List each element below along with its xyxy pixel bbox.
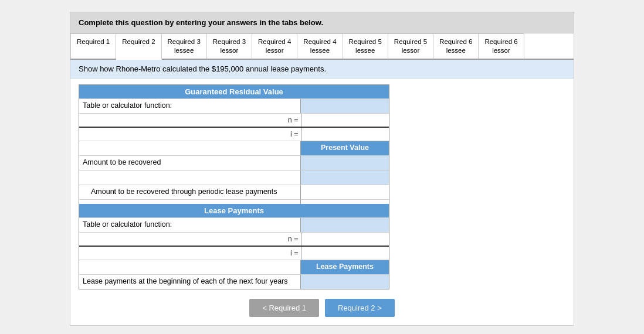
lease-beginning-input[interactable]: [301, 275, 389, 289]
table-calc-input2[interactable]: [301, 218, 389, 232]
tab-required6-lessee[interactable]: Required 6lessee: [433, 33, 479, 59]
present-value-header: Present Value: [301, 141, 389, 155]
lease-payments-left-empty: [79, 260, 301, 274]
instruction-header: Complete this question by entering your …: [70, 12, 574, 33]
amount-recovered-label: Amount to be recovered: [79, 156, 301, 170]
amount-recovered-input[interactable]: [301, 156, 389, 170]
lease-payments-header-row: Lease Payments: [79, 260, 389, 274]
lease-beginning-label: Lease payments at the beginning of each …: [79, 275, 301, 289]
content-area: Guaranteed Residual Value Table or calcu…: [70, 79, 574, 325]
n-label1: n =: [79, 114, 301, 127]
amount-periodic-input[interactable]: [301, 185, 389, 199]
lease-payments-header: Lease Payments: [301, 260, 389, 274]
i-field2[interactable]: [301, 247, 389, 255]
i-input2[interactable]: [301, 247, 389, 260]
bottom-buttons: < Required 1 Required 2 >: [79, 299, 565, 317]
i-input1[interactable]: [301, 128, 389, 141]
amount-periodic-field[interactable]: [304, 188, 385, 196]
section2-header-text: Lease Payments: [204, 206, 264, 215]
table-calc-label1: Table or calculator function:: [79, 99, 301, 113]
n-input2[interactable]: [301, 233, 389, 246]
spacer-left1: [79, 200, 301, 204]
present-value-left: [79, 141, 301, 155]
tab-required5-lessee[interactable]: Required 5lessee: [343, 33, 388, 59]
prev-button[interactable]: < Required 1: [249, 299, 319, 317]
i-label2: i =: [79, 247, 301, 260]
amount-recovered-row: Amount to be recovered: [79, 155, 389, 170]
i-label1: i =: [79, 128, 301, 141]
tab-required4-lessor[interactable]: Required 4lessor: [252, 33, 297, 59]
tab-required3-lessee[interactable]: Required 3lessee: [162, 33, 207, 59]
tabs-row: Required 1 Required 2 Required 3lessee R…: [70, 33, 574, 60]
tab-required3-lessor[interactable]: Required 3lessor: [207, 33, 252, 59]
n-field1[interactable]: [301, 114, 389, 122]
table-calc-row1: Table or calculator function:: [79, 98, 389, 113]
tab-required2[interactable]: Required 2: [116, 33, 161, 60]
i-field1[interactable]: [301, 128, 389, 137]
section2-header: Lease Payments: [79, 204, 389, 217]
lease-beginning-field[interactable]: [304, 277, 385, 285]
table-calc-field1[interactable]: [304, 101, 385, 110]
lease-beginning-row: Lease payments at the beginning of each …: [79, 274, 389, 289]
blank-field1[interactable]: [304, 173, 385, 181]
tab-required6-lessor[interactable]: Required 6lessor: [479, 33, 524, 59]
table-calc-field2[interactable]: [304, 220, 385, 229]
next-button[interactable]: Required 2 >: [325, 299, 395, 317]
tab-required5-lessor[interactable]: Required 5lessor: [388, 33, 433, 59]
spacer-row1: [79, 199, 389, 204]
table-calc-input1[interactable]: [301, 99, 389, 113]
amount-periodic-label: Amount to be recovered through periodic …: [79, 185, 301, 199]
blank-left1: [79, 171, 301, 185]
i-row2: i =: [79, 246, 389, 260]
table-calc-label2: Table or calculator function:: [79, 218, 301, 232]
present-value-header-row: Present Value: [79, 141, 389, 155]
tab-required4-lessee[interactable]: Required 4lessee: [297, 33, 343, 59]
n-field2[interactable]: [301, 233, 389, 241]
i-row1: i =: [79, 127, 389, 141]
n-row2: n =: [79, 232, 389, 246]
blank-right1[interactable]: [301, 171, 389, 185]
n-input1[interactable]: [301, 114, 389, 127]
sub-instruction: Show how Rhone-Metro calculated the $195…: [70, 60, 574, 79]
section1-header: Guaranteed Residual Value: [79, 85, 389, 98]
main-table: Guaranteed Residual Value Table or calcu…: [79, 84, 389, 289]
sub-instruction-text: Show how Rhone-Metro calculated the $195…: [79, 64, 326, 73]
amount-periodic-row: Amount to be recovered through periodic …: [79, 185, 389, 199]
n-label2: n =: [79, 233, 301, 246]
tab-required1[interactable]: Required 1: [70, 33, 116, 59]
amount-recovered-field[interactable]: [304, 158, 385, 166]
blank-row1: [79, 170, 389, 185]
spacer-right1: [301, 200, 389, 204]
instruction-text: Complete this question by entering your …: [79, 18, 323, 27]
table-calc-row2: Table or calculator function:: [79, 217, 389, 232]
n-row1: n =: [79, 113, 389, 127]
